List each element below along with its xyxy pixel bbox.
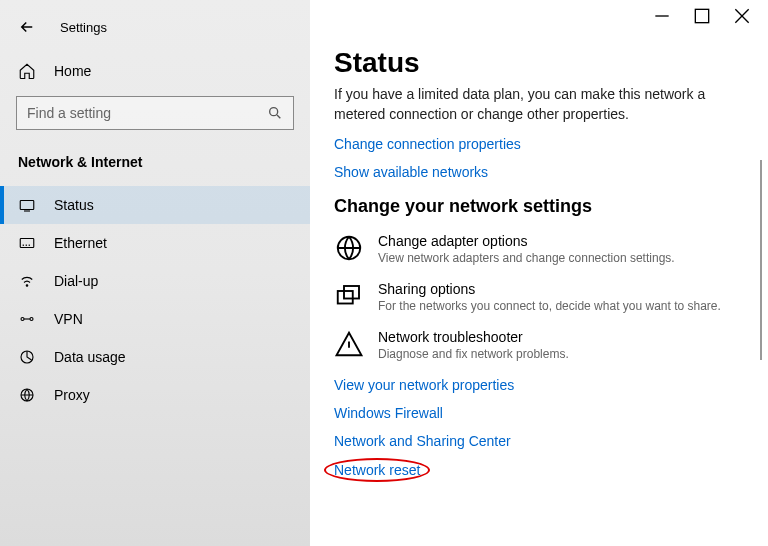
info-text: If you have a limited data plan, you can… — [334, 85, 724, 124]
link-network-sharing-center[interactable]: Network and Sharing Center — [334, 433, 744, 449]
link-windows-firewall[interactable]: Windows Firewall — [334, 405, 744, 421]
home-nav[interactable]: Home — [0, 54, 310, 88]
link-view-network-properties[interactable]: View your network properties — [334, 377, 744, 393]
svg-point-3 — [26, 285, 28, 287]
link-show-available-networks[interactable]: Show available networks — [334, 164, 744, 180]
setting-name: Sharing options — [378, 281, 721, 297]
setting-desc: Diagnose and fix network problems. — [378, 347, 569, 361]
sidebar-item-status[interactable]: Status — [0, 186, 310, 224]
sidebar-item-vpn[interactable]: VPN — [0, 300, 310, 338]
link-network-reset[interactable]: Network reset — [334, 462, 420, 478]
setting-desc: For the networks you connect to, decide … — [378, 299, 721, 313]
warning-icon — [334, 329, 364, 359]
svg-point-0 — [270, 108, 278, 116]
svg-point-4 — [21, 318, 24, 321]
sidebar-item-label: Proxy — [54, 387, 90, 403]
svg-rect-1 — [20, 201, 34, 210]
setting-name: Network troubleshooter — [378, 329, 569, 345]
home-icon — [18, 62, 36, 80]
svg-rect-10 — [338, 291, 353, 304]
sidebar-item-data-usage[interactable]: Data usage — [0, 338, 310, 376]
setting-sharing-options[interactable]: Sharing options For the networks you con… — [334, 281, 744, 313]
sidebar-item-proxy[interactable]: Proxy — [0, 376, 310, 414]
svg-point-5 — [30, 318, 33, 321]
setting-desc: View network adapters and change connect… — [378, 251, 675, 265]
search-input[interactable] — [27, 105, 267, 121]
close-button[interactable] — [734, 8, 750, 24]
sidebar-item-label: Dial-up — [54, 273, 98, 289]
ethernet-icon — [18, 234, 36, 252]
setting-network-troubleshooter[interactable]: Network troubleshooter Diagnose and fix … — [334, 329, 744, 361]
status-icon — [18, 196, 36, 214]
maximize-button[interactable] — [694, 8, 710, 24]
section-title: Change your network settings — [334, 196, 744, 217]
setting-name: Change adapter options — [378, 233, 675, 249]
sidebar-item-label: Ethernet — [54, 235, 107, 251]
proxy-icon — [18, 386, 36, 404]
svg-rect-2 — [20, 239, 34, 248]
data-usage-icon — [18, 348, 36, 366]
dialup-icon — [18, 272, 36, 290]
sharing-icon — [334, 281, 364, 311]
minimize-button[interactable] — [654, 8, 670, 24]
page-title: Status — [334, 47, 744, 79]
search-icon — [267, 105, 283, 121]
globe-icon — [334, 233, 364, 263]
vpn-icon — [18, 310, 36, 328]
sidebar-item-label: Status — [54, 197, 94, 213]
svg-rect-8 — [695, 9, 708, 22]
search-box[interactable] — [16, 96, 294, 130]
sidebar-item-label: Data usage — [54, 349, 126, 365]
home-label: Home — [54, 63, 91, 79]
link-change-connection-properties[interactable]: Change connection properties — [334, 136, 744, 152]
window-title: Settings — [60, 20, 107, 35]
svg-rect-11 — [344, 286, 359, 299]
scrollbar[interactable] — [760, 160, 762, 360]
setting-change-adapter-options[interactable]: Change adapter options View network adap… — [334, 233, 744, 265]
sidebar-item-ethernet[interactable]: Ethernet — [0, 224, 310, 262]
back-button[interactable] — [16, 16, 38, 38]
sidebar-item-label: VPN — [54, 311, 83, 327]
sidebar-item-dialup[interactable]: Dial-up — [0, 262, 310, 300]
category-title: Network & Internet — [0, 146, 310, 178]
